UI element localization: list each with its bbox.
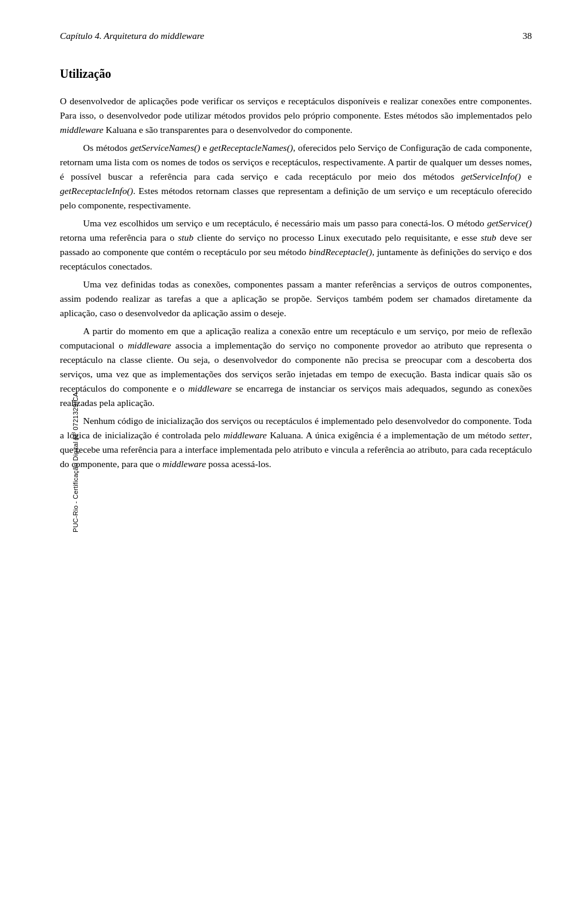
inline-setter: setter (509, 430, 529, 440)
paragraph-1: O desenvolvedor de aplicações pode verif… (60, 94, 532, 137)
inline-stub-2: stub (481, 232, 497, 243)
paragraph-3: Uma vez escolhidos um serviço e um recep… (60, 216, 532, 274)
inline-middleware-p6-1: middleware (223, 430, 267, 440)
chapter-title: Capítulo 4. Arquitetura do middleware (60, 29, 204, 43)
inline-italic-middleware-p1: middleware (60, 125, 104, 135)
paragraph-2: Os métodos getServiceNames() e getRecept… (60, 141, 532, 213)
inline-middleware-p5-2: middleware (188, 383, 232, 393)
inline-getService: getService() (487, 218, 532, 228)
page-number: 38 (523, 29, 532, 43)
page-container: PUC-Rio - Certificação Digital Nº 072132… (0, 0, 575, 924)
inline-stub-1: stub (178, 232, 193, 243)
inline-middleware-p5-1: middleware (128, 340, 171, 350)
page-header: Capítulo 4. Arquitetura do middleware 38 (60, 29, 532, 43)
inline-getServiceInfo: getServiceInfo() (461, 171, 521, 181)
inline-middleware-p6-2: middleware (162, 459, 206, 469)
paragraph-4: Uma vez definidas todas as conexões, com… (60, 277, 532, 320)
paragraph-6: Nenhum código de inicialização dos servi… (60, 414, 532, 471)
inline-getReceptacleInfo: getReceptacleInfo() (60, 186, 133, 196)
side-watermark-label: PUC-Rio - Certificação Digital Nº 072132… (71, 392, 81, 532)
inline-bindReceptacle: bindReceptacle() (308, 247, 372, 257)
paragraph-5: A partir do momento em que a aplicação r… (60, 324, 532, 410)
inline-getServiceNames: getServiceNames() (130, 143, 200, 153)
section-title: Utilização (60, 65, 532, 83)
inline-getReceptacleNames: getReceptacleNames() (210, 143, 293, 153)
